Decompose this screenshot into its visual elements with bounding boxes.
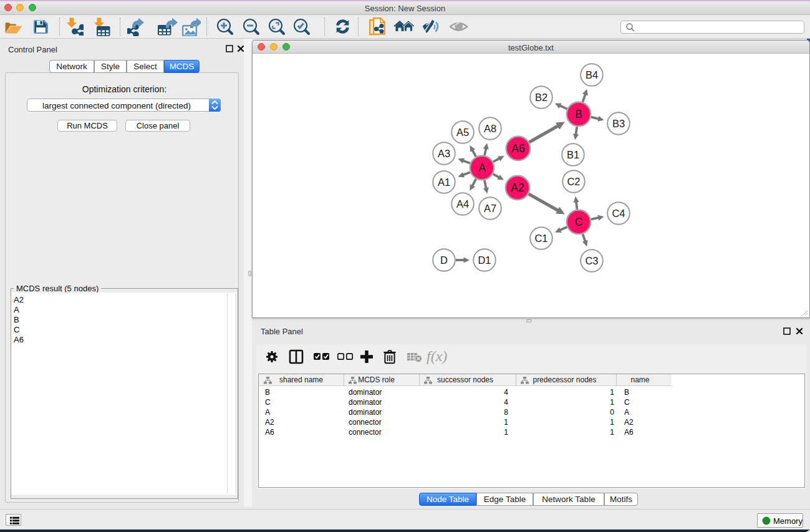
svg-text:C: C [575,216,583,228]
svg-text:A3: A3 [438,148,450,159]
svg-text:C4: C4 [612,208,625,219]
svg-text:B1: B1 [567,149,579,160]
svg-text:B: B [575,108,582,120]
svg-text:B2: B2 [535,92,547,103]
svg-text:B3: B3 [612,118,625,129]
svg-text:A1: A1 [438,177,450,188]
svg-text:A4: A4 [456,198,469,210]
svg-text:D: D [440,254,448,266]
svg-text:C1: C1 [534,233,547,244]
svg-text:A5: A5 [456,127,469,138]
svg-text:A8: A8 [484,123,496,134]
svg-text:A6: A6 [511,142,524,155]
svg-text:D1: D1 [478,254,491,266]
svg-text:A7: A7 [484,203,496,214]
svg-text:C3: C3 [585,255,598,266]
svg-text:C2: C2 [567,176,580,187]
svg-text:A: A [478,162,486,174]
svg-text:f(x): f(x) [427,349,447,364]
svg-text:A2: A2 [511,181,524,194]
svg-text:B4: B4 [586,69,598,80]
